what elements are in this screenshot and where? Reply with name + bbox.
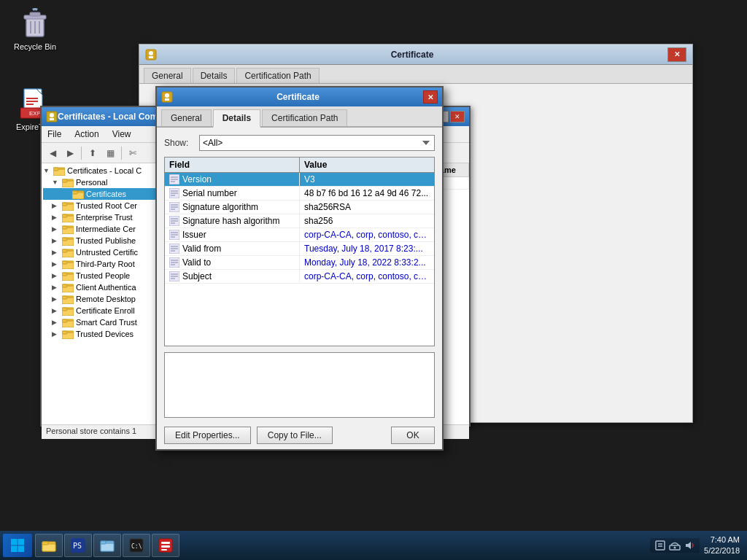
tree-expand-untrusted[interactable]: ▶ (52, 249, 62, 256)
svg-rect-21 (53, 168, 58, 171)
svg-point-14 (149, 51, 153, 55)
toolbar-forward-btn[interactable]: ▶ (62, 145, 78, 161)
taskbar-item-explorer[interactable] (35, 534, 63, 557)
cert-tab-details[interactable]: Details (213, 109, 260, 128)
cert-window-bg-close-btn[interactable]: ✕ (667, 47, 686, 62)
svg-rect-102 (18, 546, 25, 553)
tree-expand-trusted-pub[interactable]: ▶ (52, 237, 62, 244)
taskbar-item-filemanager[interactable] (93, 534, 121, 557)
svg-point-17 (50, 113, 54, 117)
tree-expand-certs[interactable]: ▼ (43, 167, 53, 174)
tree-expand-smart-card[interactable]: ▶ (52, 319, 62, 326)
cert-dialog-body: Show: <All> Field Value (157, 128, 442, 431)
svg-rect-15 (149, 56, 153, 58)
recycle-bin-label: Recycle Bin (14, 42, 56, 51)
cert-dialog-close-btn[interactable]: ✕ (423, 90, 438, 104)
windows-logo-icon (10, 538, 25, 553)
recycle-bin-icon[interactable]: Recycle Bin (13, 7, 57, 51)
edit-properties-btn[interactable]: Edit Properties... (164, 427, 251, 444)
network-icon[interactable] (669, 540, 681, 551)
cert-table-row-3[interactable]: Signature hash algorithm sha256 (165, 214, 434, 228)
mmc-icon (46, 111, 58, 122)
cert-table-row-1[interactable]: Serial number 48 b7 f6 bd 16 12 a4 9d 46… (165, 187, 434, 201)
cert-window-bg-controls: ✕ (667, 47, 686, 62)
clock-time: 7:40 AM (704, 534, 740, 545)
cert-table-row-0[interactable]: Version V3 (165, 173, 434, 187)
svg-rect-8 (26, 98, 38, 99)
taskbar-items: PS C:\ (35, 534, 650, 557)
tree-folder-icon-smart-card (62, 317, 74, 327)
menu-action[interactable]: Action (71, 128, 101, 141)
action-center-icon[interactable] (654, 540, 666, 551)
cert-value-4: corp-CA-CA, corp, contoso, com (300, 228, 434, 241)
cert-field-icon-0 (169, 174, 179, 184)
tree-expand-intermediate[interactable]: ▶ (52, 225, 62, 233)
ok-btn[interactable]: OK (391, 427, 435, 444)
cert-field-3: Signature hash algorithm (165, 214, 300, 228)
show-select[interactable]: <All> (199, 135, 435, 151)
svg-rect-63 (62, 331, 67, 334)
tree-folder-icon-remote (62, 294, 74, 304)
tree-folder-icon-certs-folder (72, 189, 84, 199)
cert-field-2: Signature algorithm (165, 201, 300, 214)
tree-expand-trusted-root[interactable]: ▶ (52, 202, 62, 209)
cert-field-6: Valid to (165, 256, 300, 269)
tree-folder-icon-third-party (62, 259, 74, 269)
menu-file[interactable]: File (44, 128, 64, 141)
toolbar-cut-btn[interactable]: ✄ (125, 145, 141, 161)
tree-expand-trusted-devices[interactable]: ▶ (52, 330, 62, 338)
svg-rect-116 (161, 549, 167, 551)
cert-window-bg-tabs: General Details Certification Path (139, 65, 692, 84)
start-button[interactable] (3, 534, 32, 557)
tree-expand-trusted-people[interactable]: ▶ (52, 272, 62, 279)
tree-folder-icon-certs (53, 166, 65, 176)
cert-table-row-2[interactable]: Signature algorithm sha256RSA (165, 201, 434, 214)
volume-icon[interactable] (684, 540, 695, 551)
taskbar-item-cmd[interactable]: C:\ (123, 534, 150, 557)
svg-rect-115 (161, 545, 170, 548)
system-clock[interactable]: 7:40 AM 5/22/2018 (704, 534, 740, 557)
cert-table-body: Version V3 Serial number (165, 173, 434, 346)
tree-expand-client-auth[interactable]: ▶ (52, 284, 62, 291)
svg-point-121 (674, 547, 676, 549)
cert-value-0: V3 (300, 173, 434, 186)
menu-view[interactable]: View (109, 128, 134, 141)
cert-field-label-6: Valid to (182, 257, 211, 268)
toolbar-back-btn[interactable]: ◀ (44, 145, 61, 161)
tree-expand-personal[interactable]: ▼ (52, 179, 62, 186)
svg-rect-2 (30, 12, 40, 16)
tree-expand-third-party[interactable]: ▶ (52, 260, 62, 268)
copy-to-file-btn[interactable]: Copy to File... (257, 427, 333, 444)
svg-rect-36 (62, 226, 67, 229)
taskbar-item-powershell[interactable]: PS (64, 534, 92, 557)
cert-table-row-6[interactable]: Valid to Monday, July 18, 2022 8:33:2... (165, 256, 434, 270)
cert-dialog-icon (161, 91, 173, 103)
cert-window-bg-tab-details[interactable]: Details (193, 68, 236, 83)
cert-col-field-header: Field (165, 158, 300, 172)
tree-label-cert-enroll: Certificate Enroll (76, 306, 135, 315)
cert-value-5: Tuesday, July 18, 2017 8:23:... (300, 242, 434, 255)
tree-expand-enterprise[interactable]: ▶ (52, 214, 62, 221)
cert-field-5: Valid from (165, 242, 300, 255)
cert-table-row-5[interactable]: Valid from Tuesday, July 18, 2017 8:23:.… (165, 242, 434, 256)
cert-table-row-4[interactable]: Issuer corp-CA-CA, corp, contoso, com (165, 228, 434, 242)
cert-tab-certpath[interactable]: Certification Path (262, 109, 347, 126)
cert-field-0: Version (165, 173, 300, 186)
cert-field-label-0: Version (182, 174, 212, 184)
cert-window-bg-tab-general[interactable]: General (144, 68, 191, 83)
cert-window-bg-tab-certpath[interactable]: Certification Path (236, 68, 319, 83)
tree-expand-cert-enroll[interactable]: ▶ (52, 307, 62, 314)
tree-label-trusted-pub: Trusted Publishe (76, 236, 136, 245)
cert-detail-box (164, 352, 435, 418)
cert-field-label-1: Serial number (182, 188, 237, 198)
mmc-close-btn[interactable]: ✕ (450, 111, 465, 122)
tree-expand-remote[interactable]: ▶ (52, 295, 62, 303)
toolbar-show-btn[interactable]: ▦ (102, 145, 118, 161)
taskbar-item-tools[interactable] (152, 534, 179, 557)
cert-table-row-7[interactable]: Subject corp-CA-CA, corp, contoso, com (165, 270, 434, 284)
toolbar-up-btn[interactable]: ⬆ (85, 145, 101, 161)
cert-tab-general[interactable]: General (161, 109, 212, 126)
svg-rect-109 (101, 543, 114, 551)
cert-dialog-title-text: Certificate (173, 92, 423, 102)
powershell-icon: PS (71, 538, 85, 553)
